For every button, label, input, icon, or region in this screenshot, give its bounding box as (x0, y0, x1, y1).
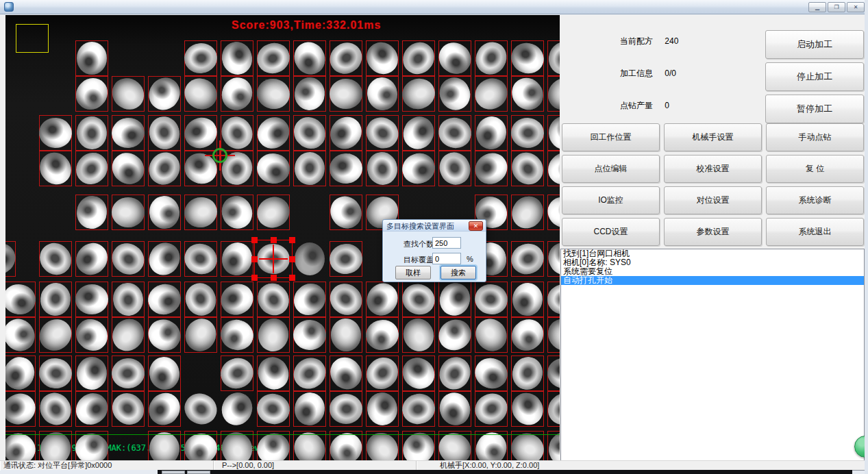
function-button-1[interactable]: 机械手设置 (664, 123, 762, 151)
detected-bead (330, 394, 362, 424)
selection-handle[interactable] (251, 237, 258, 243)
process-info-value: 0/0 (665, 68, 676, 78)
close-button[interactable]: ✕ (847, 2, 865, 12)
green-scan-line (5, 434, 560, 435)
dialog-close-button[interactable]: ✕ (469, 221, 483, 231)
start-processing-button[interactable]: 启动加工 (765, 30, 864, 59)
function-button-9[interactable]: CCD设置 (562, 218, 660, 246)
status-bar: 通讯状态: 对位平台[异常]0x0000 P-->[0.00, 0.00] 机械… (0, 460, 868, 470)
detected-bead (77, 42, 107, 75)
percent-suffix: % (467, 255, 473, 263)
robot-status-text: 机械手[X:0.00, Y:0.00, Z:0.00] (417, 461, 868, 471)
log-line[interactable]: 自动打孔开始 (561, 276, 864, 285)
application-window: ▁ ❐ ✕ Score:903,Time:332.01ms STD:(1296.… (0, 0, 868, 474)
selection-crosshair (259, 258, 288, 260)
selection-handle[interactable] (289, 237, 295, 243)
function-button-2[interactable]: 手动点钻 (766, 123, 864, 151)
search-count-label: 查找个数 (404, 239, 434, 249)
stop-processing-button[interactable]: 停止加工 (765, 62, 864, 91)
detected-bead (295, 242, 325, 276)
position-status-text: P-->[0.00, 0.00] (214, 461, 417, 471)
detected-bead (179, 388, 222, 429)
process-info-label: 加工信息 (620, 68, 653, 79)
selection-handle[interactable] (271, 275, 277, 281)
selection-handle[interactable] (251, 275, 258, 281)
function-button-6[interactable]: IO监控 (562, 186, 660, 214)
function-button-0[interactable]: 回工作位置 (562, 123, 660, 151)
recipe-label: 当前配方 (620, 36, 653, 47)
coverage-input[interactable] (432, 253, 461, 264)
app-icon (4, 2, 14, 12)
function-button-11[interactable]: 系统退出 (766, 218, 864, 246)
selection-handle[interactable] (251, 256, 258, 262)
selection-handle[interactable] (289, 256, 295, 262)
selection-handle[interactable] (271, 237, 277, 243)
pause-processing-button[interactable]: 暂停加工 (765, 95, 864, 123)
taskbar-edge (158, 470, 852, 474)
title-bar: ▁ ❐ ✕ (0, 0, 868, 14)
recipe-info-row: 当前配方 240 (620, 36, 678, 47)
output-info-row: 点钻产量 0 (620, 100, 669, 112)
recipe-value: 240 (665, 36, 678, 46)
function-button-10[interactable]: 参数设置 (664, 218, 762, 246)
output-value: 0 (665, 101, 669, 110)
process-info-row: 加工信息 0/0 (620, 68, 676, 79)
function-button-4[interactable]: 校准设置 (664, 155, 762, 183)
restore-button[interactable]: ❐ (828, 2, 845, 12)
selection-handle[interactable] (289, 275, 295, 281)
function-button-7[interactable]: 对位设置 (664, 186, 762, 214)
selection-box[interactable] (254, 240, 293, 278)
search-count-input[interactable] (432, 237, 461, 249)
function-button-3[interactable]: 点位编辑 (562, 155, 660, 183)
window-controls: ▁ ❐ ✕ (808, 2, 865, 12)
detected-bead (217, 388, 257, 430)
comm-status-text: 通讯状态: 对位平台[异常]0x0000 (0, 461, 214, 471)
sample-button[interactable]: 取样 (395, 266, 431, 279)
yellow-roi-rect (16, 24, 49, 53)
multi-target-search-dialog[interactable]: 多目标搜索设置界面 ✕ 查找个数 目标覆盖率 % 取样 搜索 (382, 219, 486, 282)
search-button[interactable]: 搜索 (441, 266, 476, 279)
score-overlay-text: Score:903,Time:332.01ms (232, 19, 381, 32)
window-frame-edge (865, 0, 868, 474)
log-listbox[interactable]: 找到[1]台网口相机相机[0]名称: SYS0系统需要复位自动打孔开始 (560, 249, 865, 471)
function-button-5[interactable]: 复 位 (766, 155, 864, 183)
minimize-button[interactable]: ▁ (808, 2, 826, 12)
output-label: 点钻产量 (620, 100, 653, 112)
calibration-circle-marker (212, 148, 227, 163)
client-area: Score:903,Time:332.01ms STD:(1296.0,972.… (0, 15, 868, 460)
taskbar-tab[interactable] (187, 471, 210, 474)
function-button-8[interactable]: 系统诊断 (766, 186, 864, 214)
taskbar-tab[interactable] (162, 471, 185, 474)
